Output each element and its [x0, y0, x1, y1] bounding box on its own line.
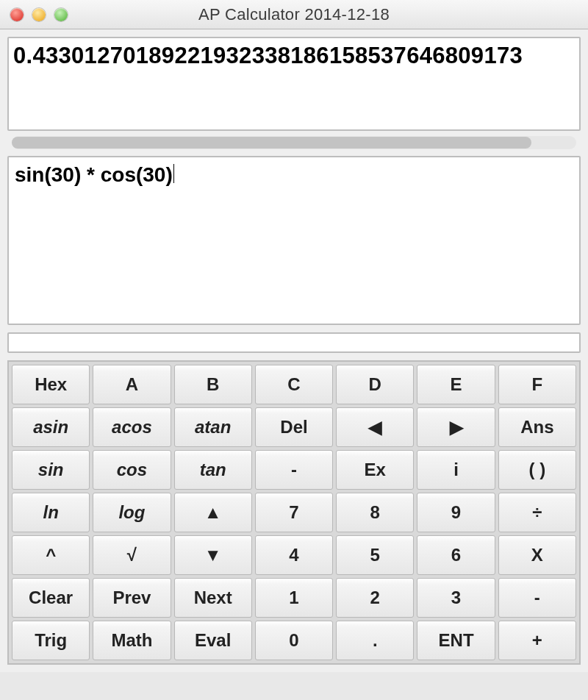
key-add[interactable]: + [498, 621, 576, 660]
key-ln[interactable]: ln [12, 493, 90, 532]
text-caret [173, 164, 174, 183]
key-eval[interactable]: Eval [174, 621, 252, 660]
key-hex-d[interactable]: D [336, 365, 414, 404]
key-ans[interactable]: Ans [498, 407, 576, 447]
key-d5[interactable]: 5 [336, 535, 414, 575]
key-hex-e[interactable]: E [417, 365, 495, 404]
key-hex[interactable]: Hex [12, 365, 90, 404]
keypad-row: asinacosatanDel◀▶Ans [10, 406, 578, 449]
key-math[interactable]: Math [93, 621, 171, 660]
key-d0[interactable]: 0 [255, 621, 333, 660]
key-d7[interactable]: 7 [255, 493, 333, 532]
key-divide[interactable]: ÷ [498, 493, 576, 532]
traffic-lights [0, 8, 68, 21]
key-power[interactable]: ^ [12, 535, 90, 575]
key-hex-a[interactable]: A [93, 365, 171, 404]
key-next[interactable]: Next [174, 578, 252, 618]
key-hex-b[interactable]: B [174, 365, 252, 404]
minimize-button[interactable] [32, 8, 46, 21]
close-button[interactable] [10, 8, 24, 21]
scroll-thumb[interactable] [12, 137, 531, 149]
key-atan[interactable]: atan [174, 407, 252, 447]
keypad-row: TrigMathEval0.ENT+ [10, 619, 578, 662]
result-pane: 0.43301270189221932338186158537646809173 [7, 37, 581, 131]
key-right[interactable]: ▶ [417, 407, 495, 447]
zoom-button[interactable] [54, 8, 68, 21]
key-ex[interactable]: Ex [336, 450, 414, 490]
keypad-row: ^√▼456X [10, 534, 578, 576]
key-left[interactable]: ◀ [336, 407, 414, 447]
key-d8[interactable]: 8 [336, 493, 414, 532]
key-multiply[interactable]: X [498, 535, 576, 575]
expression-pane[interactable]: sin(30) * cos(30) [7, 156, 581, 325]
key-del[interactable]: Del [255, 407, 333, 447]
status-strip [7, 332, 581, 353]
key-up[interactable]: ▲ [174, 493, 252, 532]
keypad-row: ClearPrevNext123- [10, 576, 578, 619]
titlebar: AP Calculator 2014-12-18 [0, 0, 588, 29]
expression-text: sin(30) * cos(30) [15, 163, 173, 186]
result-text: 0.43301270189221932338186158537646809173 [13, 43, 575, 69]
key-d6[interactable]: 6 [417, 535, 495, 575]
key-asin[interactable]: asin [12, 407, 90, 447]
key-d2[interactable]: 2 [336, 578, 414, 618]
keypad-row: sincostan-Exi( ) [10, 449, 578, 491]
key-d3[interactable]: 3 [417, 578, 495, 618]
key-hex-c[interactable]: C [255, 365, 333, 404]
key-sqrt[interactable]: √ [93, 535, 171, 575]
key-cos[interactable]: cos [93, 450, 171, 490]
key-dot[interactable]: . [336, 621, 414, 660]
window-body: 0.43301270189221932338186158537646809173… [0, 29, 588, 672]
window-title: AP Calculator 2014-12-18 [0, 5, 588, 24]
key-ent[interactable]: ENT [417, 621, 495, 660]
key-d1[interactable]: 1 [255, 578, 333, 618]
key-clear[interactable]: Clear [12, 578, 90, 618]
keypad: HexABCDEFasinacosatanDel◀▶Anssincostan-E… [7, 360, 581, 665]
key-log[interactable]: log [93, 493, 171, 532]
key-trig[interactable]: Trig [12, 621, 90, 660]
scroll-track[interactable] [12, 136, 576, 149]
key-minus-sign[interactable]: - [255, 450, 333, 490]
key-tan[interactable]: tan [174, 450, 252, 490]
keypad-row: HexABCDEF [10, 363, 578, 406]
key-d4[interactable]: 4 [255, 535, 333, 575]
key-parens[interactable]: ( ) [498, 450, 576, 490]
key-imag[interactable]: i [417, 450, 495, 490]
key-prev[interactable]: Prev [93, 578, 171, 618]
key-sin[interactable]: sin [12, 450, 90, 490]
key-d9[interactable]: 9 [417, 493, 495, 532]
key-subtract[interactable]: - [498, 578, 576, 618]
key-down[interactable]: ▼ [174, 535, 252, 575]
key-acos[interactable]: acos [93, 407, 171, 447]
result-scrollbar[interactable] [12, 135, 576, 150]
keypad-row: lnlog▲789÷ [10, 491, 578, 534]
key-hex-f[interactable]: F [498, 365, 576, 404]
